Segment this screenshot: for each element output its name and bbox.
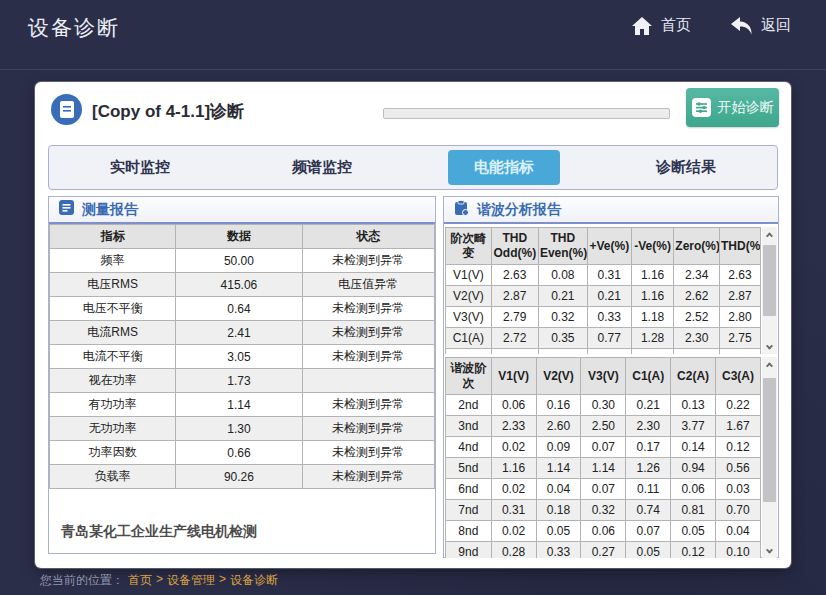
chevron-down-icon xyxy=(766,546,773,553)
table-row: 4nd0.020.090.070.170.140.12 xyxy=(446,437,761,458)
table-cell: 0.21 xyxy=(538,286,587,307)
table-cell: 电压值异常 xyxy=(302,273,434,297)
table-cell: V2(V) xyxy=(446,286,492,307)
scroll-down-button[interactable] xyxy=(762,544,777,558)
chevron-up-icon xyxy=(766,232,773,239)
start-diagnosis-button[interactable]: 开始诊断 xyxy=(686,88,779,127)
table-cell xyxy=(302,369,434,393)
column-header: +Ve(%) xyxy=(587,228,631,265)
table-cell: 功率因数 xyxy=(50,441,176,465)
scroll-track[interactable] xyxy=(762,371,777,544)
table-cell: 0.11 xyxy=(626,479,671,500)
table-cell: 0.06 xyxy=(671,479,716,500)
table-cell: 未检测到异常 xyxy=(302,441,434,465)
distortion-table: 阶次畸变THD Odd(%)THD Even(%)+Ve(%)-Ve(%)Zer… xyxy=(445,227,761,354)
table-cell: 0.33 xyxy=(536,542,581,559)
table-cell: 未检测到异常 xyxy=(302,465,434,489)
table-cell: 4nd xyxy=(446,437,492,458)
table-cell: 频率 xyxy=(50,249,176,273)
table-cell: 1.67 xyxy=(716,416,761,437)
scroll-up-button[interactable] xyxy=(762,227,777,241)
table-cell: 1.26 xyxy=(626,458,671,479)
table-cell: 0.96 xyxy=(631,349,674,355)
table-cell: 2.62 xyxy=(674,286,720,307)
table-cell: 0.35 xyxy=(538,328,587,349)
table-row: C1(A)2.720.350.771.282.302.75 xyxy=(446,328,761,349)
breadcrumb: 您当前的位置： 首页 > 设备管理 > 设备诊断 xyxy=(40,572,278,589)
table-row: C2(A)3.980.240.820.963.783.98 xyxy=(446,349,761,355)
table-cell: 未检测到异常 xyxy=(302,417,434,441)
breadcrumb-device-diagnosis-link[interactable]: 设备诊断 xyxy=(230,572,278,589)
screen: 设备诊断 首页 返回 [Copy of 4-1.1]诊断 xyxy=(0,0,826,595)
table-cell: 0.66 xyxy=(176,441,302,465)
back-button[interactable]: 返回 xyxy=(731,16,791,35)
table-cell: 0.10 xyxy=(716,542,761,559)
table-row: 无功功率1.30未检测到异常 xyxy=(50,417,435,441)
table-cell: 有功功率 xyxy=(50,393,176,417)
table-cell: 电压RMS xyxy=(50,273,176,297)
table-row: V1(V)2.630.080.311.162.342.63 xyxy=(446,265,761,286)
scroll-track[interactable] xyxy=(762,241,777,340)
scroll-thumb[interactable] xyxy=(763,245,776,316)
table-row: 电流不平衡3.05未检测到异常 xyxy=(50,345,435,369)
breadcrumb-home-link[interactable]: 首页 xyxy=(128,572,152,589)
table-cell: 0.27 xyxy=(581,542,626,559)
table-cell: 0.32 xyxy=(581,500,626,521)
table-cell: 电流不平衡 xyxy=(50,345,176,369)
distortion-scrollbar xyxy=(762,227,777,354)
column-header: C3(A) xyxy=(716,358,761,395)
table-cell: 0.17 xyxy=(626,437,671,458)
table-cell: 0.02 xyxy=(491,437,536,458)
table-cell: 1.14 xyxy=(581,458,626,479)
table-cell: 电压不平衡 xyxy=(50,297,176,321)
table-cell: 2.34 xyxy=(674,265,720,286)
table-row: 电流RMS2.41未检测到异常 xyxy=(50,321,435,345)
home-button[interactable]: 首页 xyxy=(632,16,691,35)
distortion-table-header-row: 阶次畸变THD Odd(%)THD Even(%)+Ve(%)-Ve(%)Zer… xyxy=(446,228,761,265)
table-cell: 2.87 xyxy=(491,286,538,307)
tab-power-indicators[interactable]: 电能指标 xyxy=(413,150,595,185)
table-cell: 0.24 xyxy=(538,349,587,355)
chevron-up-icon xyxy=(766,362,773,369)
chevron-down-icon xyxy=(766,342,773,349)
table-cell: 1.28 xyxy=(631,328,674,349)
scroll-thumb[interactable] xyxy=(763,378,776,503)
column-header: C2(A) xyxy=(671,358,716,395)
scroll-up-button[interactable] xyxy=(762,357,777,371)
measurement-report-header: 测量报告 xyxy=(49,197,435,224)
tab-realtime-monitor[interactable]: 实时监控 xyxy=(49,150,231,185)
table-row: 有功功率1.14未检测到异常 xyxy=(50,393,435,417)
tab-diagnosis-result[interactable]: 诊断结果 xyxy=(595,150,777,185)
table-cell: 未检测到异常 xyxy=(302,393,434,417)
table-cell: 0.31 xyxy=(491,500,536,521)
table-cell: 0.30 xyxy=(581,395,626,416)
table-cell: 0.05 xyxy=(671,521,716,542)
table-cell: 2.50 xyxy=(581,416,626,437)
table-row: V2(V)2.870.210.211.162.622.87 xyxy=(446,286,761,307)
column-header: 数据 xyxy=(176,225,302,249)
column-header: THD Even(%) xyxy=(538,228,587,265)
table-cell: 1.73 xyxy=(176,369,302,393)
table-cell: 3nd xyxy=(446,416,492,437)
table-row: 5nd1.161.141.141.260.940.56 xyxy=(446,458,761,479)
table-cell: 9nd xyxy=(446,542,492,559)
table-cell: 0.21 xyxy=(587,286,631,307)
tab-spectrum-monitor[interactable]: 频谱监控 xyxy=(231,150,413,185)
document-icon xyxy=(51,94,82,125)
table-cell: C1(A) xyxy=(446,328,492,349)
breadcrumb-device-mgmt-link[interactable]: 设备管理 xyxy=(167,572,215,589)
report-doc-icon xyxy=(59,200,74,219)
table-cell: 2.30 xyxy=(626,416,671,437)
progress-bar xyxy=(383,108,670,119)
breadcrumb-separator: > xyxy=(156,572,163,589)
table-cell: 0.07 xyxy=(581,437,626,458)
table-cell: 0.07 xyxy=(626,521,671,542)
table-cell: 电流RMS xyxy=(50,321,176,345)
table-cell: 未检测到异常 xyxy=(302,345,434,369)
table-cell: V1(V) xyxy=(446,265,492,286)
table-cell: 3.05 xyxy=(176,345,302,369)
scroll-down-button[interactable] xyxy=(762,340,777,354)
table-cell: 0.14 xyxy=(671,437,716,458)
table-cell: 0.12 xyxy=(716,437,761,458)
table-cell: 2.75 xyxy=(720,328,761,349)
